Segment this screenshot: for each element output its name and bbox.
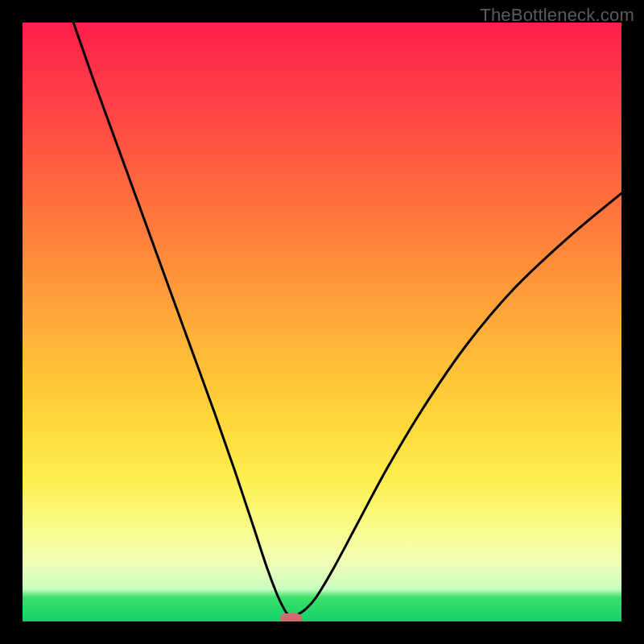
chart-frame: TheBottleneck.com (0, 0, 644, 644)
watermark-text: TheBottleneck.com (480, 5, 634, 26)
bottleneck-marker (280, 613, 302, 621)
bottleneck-curve (23, 23, 621, 621)
plot-area (23, 23, 621, 621)
